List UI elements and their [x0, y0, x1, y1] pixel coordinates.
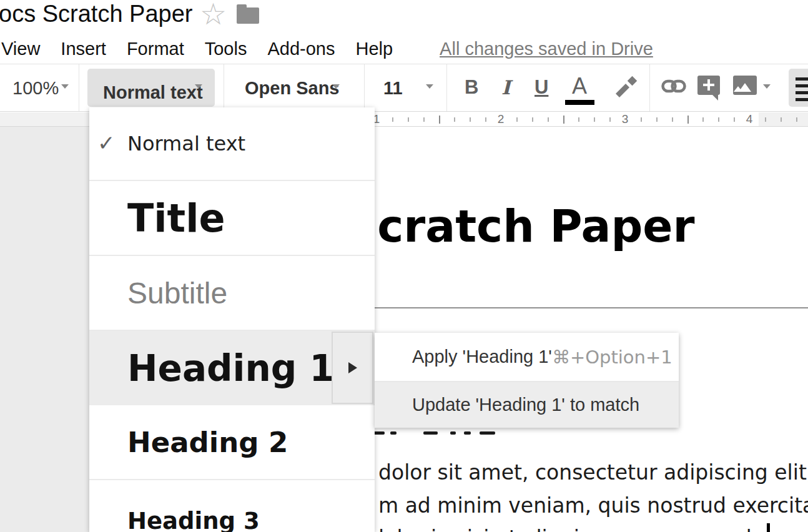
apply-heading-1-label: Apply 'Heading 1' [412, 347, 552, 367]
ruler-tick [672, 117, 673, 122]
toolbar-separator [446, 64, 447, 111]
style-option-label: Title [127, 195, 225, 241]
ruler-tick [548, 117, 549, 122]
star-icon[interactable]: ☆ [200, 0, 227, 31]
font-size-caret-icon[interactable] [426, 84, 433, 89]
style-option-heading-1[interactable]: Heading 1 [89, 331, 375, 405]
checkmark-icon: ✓ [97, 131, 116, 155]
styles-caret-icon [195, 84, 202, 89]
ruler-tick [641, 117, 642, 122]
style-option-label: Subtitle [127, 276, 227, 310]
menu-help[interactable]: Help [355, 39, 393, 59]
align-bar [796, 98, 808, 101]
insert-image-icon[interactable] [733, 76, 757, 95]
ruler-tick [563, 116, 564, 124]
font-select[interactable]: Open Sans [245, 78, 340, 99]
comment-tail [712, 94, 718, 101]
ruler-tick [578, 117, 579, 122]
style-option-heading-3[interactable]: Heading 3 [89, 480, 375, 532]
align-bar [796, 84, 808, 87]
ruler-tick [718, 117, 719, 122]
mountain-icon [734, 86, 742, 92]
menu-insert[interactable]: Insert [61, 39, 106, 59]
text-cursor [767, 523, 770, 532]
ruler-tick [594, 117, 595, 122]
align-bar [796, 91, 808, 94]
body-text-line[interactable]: dolor sit amet, consectetur adipiscing e… [378, 460, 808, 485]
italic-button[interactable]: I [501, 76, 511, 99]
menu-bar: View Insert Format Tools Add-ons Help Al… [1, 34, 653, 63]
body-text-line[interactable]: laboris nisi ut aliquip ex ea commodo co… [378, 526, 808, 532]
ruler-tick [781, 117, 782, 122]
ruler-tick [796, 117, 797, 122]
zoom-caret-icon[interactable] [61, 84, 69, 89]
save-status-link[interactable]: All changes saved in Drive [440, 39, 653, 59]
folder-icon[interactable] [237, 7, 259, 24]
highlight-color-button[interactable] [612, 74, 638, 100]
ruler-tick [532, 117, 533, 122]
style-option-title[interactable]: Title [89, 181, 375, 256]
text-color-indicator [565, 100, 594, 105]
google-docs-window: ocs Scratch Paper ☆ View Insert Format T… [0, 0, 808, 532]
heading-1-submenu-arrow[interactable] [332, 332, 373, 404]
ruler-tick [485, 117, 486, 122]
ruler-tick [439, 116, 440, 124]
occluded-heading-fragment [390, 431, 397, 435]
ruler-tick [470, 117, 471, 122]
text-color-button[interactable]: A [572, 73, 587, 99]
plus-icon [707, 79, 710, 91]
toolbar-separator [79, 64, 79, 111]
right-arrow-icon [348, 362, 357, 373]
insert-link-icon[interactable] [661, 77, 686, 96]
ruler-number: 2 [498, 112, 505, 126]
align-button[interactable] [789, 69, 808, 107]
ruler-tick [454, 117, 455, 122]
menu-view[interactable]: View [1, 39, 40, 59]
ruler-tick [609, 117, 611, 122]
zoom-select[interactable]: 100% [12, 78, 59, 99]
style-option-heading-2[interactable]: Heading 2 [89, 405, 375, 480]
styles-select[interactable]: Normal text [87, 69, 215, 107]
style-option-label: Heading 3 [127, 508, 260, 532]
menu-format[interactable]: Format [127, 39, 184, 59]
update-heading-1-item[interactable]: Update 'Heading 1' to match [375, 382, 679, 428]
ruler-tick [392, 117, 393, 122]
styles-dropdown-menu: ✓ Normal text Title Subtitle Heading 1 H… [89, 107, 375, 532]
ruler-tick [765, 117, 766, 122]
update-heading-1-label: Update 'Heading 1' to match [412, 395, 639, 415]
toolbar-separator [224, 64, 224, 111]
ruler-tick [702, 117, 704, 122]
ruler-tick [408, 117, 409, 122]
menu-tools[interactable]: Tools [205, 39, 247, 59]
apply-heading-1-item[interactable]: Apply 'Heading 1' ⌘+Option+1 [375, 333, 679, 382]
document-name[interactable]: ocs Scratch Paper [0, 1, 192, 27]
style-option-subtitle[interactable]: Subtitle [89, 256, 375, 331]
ruler-tick [656, 117, 658, 122]
document-title-text[interactable]: Scratch Paper [345, 200, 694, 252]
heading-1-submenu: Apply 'Heading 1' ⌘+Option+1 Update 'Hea… [375, 333, 679, 428]
occluded-heading-fragment [373, 431, 385, 435]
ruler-tick [687, 116, 689, 124]
image-caret-icon[interactable] [763, 84, 771, 89]
body-text-line[interactable]: m ad minim veniam, quis nostrud exercita… [378, 493, 808, 518]
style-option-label: Normal text [127, 132, 245, 155]
underline-button[interactable]: U [535, 76, 548, 99]
style-option-normal-text[interactable]: ✓ Normal text [89, 107, 375, 181]
bold-button[interactable]: B [465, 76, 478, 99]
occluded-heading-fragment [450, 431, 456, 435]
ruler-number: 3 [622, 112, 629, 126]
menu-addons[interactable]: Add-ons [267, 39, 335, 59]
toolbar: 100% Normal text Open Sans 11 B I U A [0, 64, 808, 112]
occluded-heading-fragment [480, 431, 495, 435]
style-option-label: Heading 2 [127, 426, 288, 459]
toolbar-separator [364, 64, 365, 111]
ruler-tick [734, 117, 735, 122]
style-option-label: Heading 1 [127, 347, 335, 390]
font-size-select[interactable]: 11 [383, 78, 403, 99]
apply-heading-1-shortcut: ⌘+Option+1 [552, 347, 673, 368]
insert-comment-icon[interactable] [697, 76, 720, 95]
ruler-tick [423, 117, 425, 122]
occluded-heading-fragment [423, 431, 438, 435]
ruler-page-region [372, 112, 759, 126]
font-caret-icon[interactable] [332, 84, 340, 89]
